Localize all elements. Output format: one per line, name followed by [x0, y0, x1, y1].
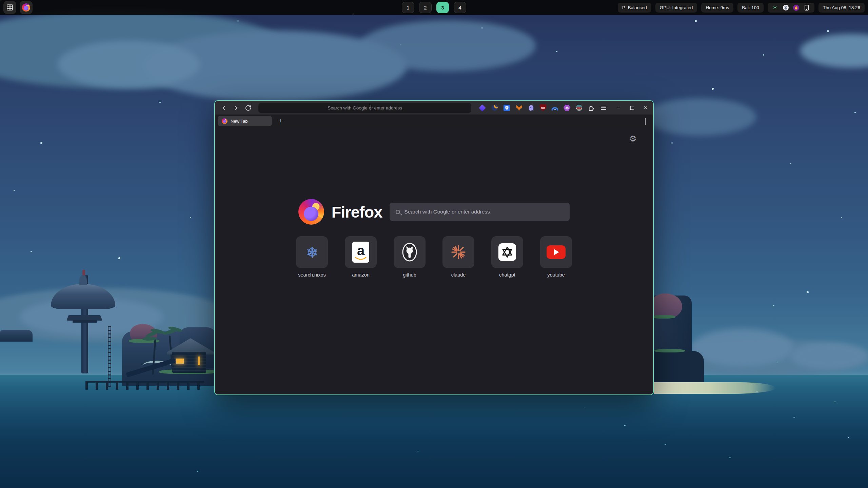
shortcut-search-nixos[interactable]: ❄ search.nixos: [296, 236, 328, 278]
chevron-down-icon: [645, 118, 646, 125]
forward-icon: [233, 106, 238, 110]
flameshot-icon[interactable]: [793, 4, 800, 11]
list-all-tabs-button[interactable]: [645, 118, 649, 122]
firefox-icon: [22, 3, 30, 12]
bluetooth-icon[interactable]: [783, 4, 789, 11]
clock-pill[interactable]: Thu Aug 08, 18:26: [818, 3, 865, 13]
maximize-icon: [630, 106, 634, 110]
right-cliff: [650, 351, 704, 386]
ublock-origin-extension-icon[interactable]: UO: [540, 104, 546, 111]
purple-hexagon-extension-icon[interactable]: [564, 105, 570, 111]
bitwarden-extension-icon[interactable]: [503, 104, 510, 111]
close-button[interactable]: ×: [642, 104, 649, 111]
shortcut-label: search.nixos: [298, 272, 326, 278]
firefox-logo: [298, 199, 324, 225]
forward-button[interactable]: [231, 103, 241, 113]
menu-button[interactable]: [600, 104, 607, 111]
shortcut-github[interactable]: github: [394, 236, 426, 278]
window-controls: – ×: [615, 104, 649, 111]
ping-pill[interactable]: Home: 9ms: [701, 3, 733, 13]
cloud: [58, 41, 200, 88]
urlbar-placeholder: Search with Google or enter address: [328, 105, 402, 110]
shortcut-amazon[interactable]: a amazon: [345, 236, 377, 278]
system-tray: ✂: [768, 3, 814, 13]
extension-toolbar: UO: [479, 104, 607, 111]
personalize-gear-icon[interactable]: ⚙: [629, 134, 637, 144]
shortcut-label: youtube: [547, 272, 565, 278]
gpu-pill[interactable]: GPU: Integrated: [655, 3, 697, 13]
watchtower-platform: [73, 320, 97, 323]
cloud: [692, 329, 793, 366]
workspace-4[interactable]: 4: [454, 2, 466, 13]
app-launcher-button[interactable]: [3, 1, 16, 14]
shortcut-youtube[interactable]: youtube: [540, 236, 572, 278]
newtab-search-input[interactable]: Search with Google or enter address: [390, 203, 570, 221]
cloud: [359, 20, 536, 71]
shortcut-chatgpt[interactable]: chatgpt: [491, 236, 523, 278]
maximize-button[interactable]: [629, 104, 635, 111]
clock-label: Thu Aug 08, 18:26: [823, 5, 860, 10]
firefox-wordmark: Firefox: [332, 203, 382, 221]
right-cliff-rock: [651, 293, 682, 319]
workspace-2[interactable]: 2: [419, 2, 432, 13]
workspace-1[interactable]: 1: [402, 2, 414, 13]
reload-icon: [245, 105, 251, 111]
new-tab-button[interactable]: +: [276, 116, 285, 126]
minimize-button[interactable]: –: [615, 104, 622, 111]
tab-bar: New Tab +: [215, 115, 653, 127]
openai-knot-icon: [498, 243, 516, 261]
shortcut-label: chatgpt: [499, 272, 515, 278]
youtube-play-icon: [547, 245, 566, 259]
reload-button[interactable]: [243, 103, 253, 113]
firefox-launcher-button[interactable]: [20, 1, 33, 14]
pier-fence: [85, 381, 204, 390]
top-bar: 1 2 3 4 P: Balanced GPU: Integrated Home…: [0, 0, 868, 15]
battery-pill[interactable]: Bat: 100: [737, 3, 763, 13]
desktop: 1 2 3 4 P: Balanced GPU: Integrated Home…: [0, 0, 868, 488]
distant-island: [0, 330, 33, 342]
hamburger-icon: [601, 106, 606, 110]
firefox-favicon: [222, 118, 228, 124]
battery-label: Bat: 100: [742, 5, 759, 10]
nordvpn-extension-icon[interactable]: [551, 104, 558, 111]
spy-extension-icon[interactable]: [575, 104, 583, 111]
metamask-extension-icon[interactable]: [515, 104, 522, 111]
gpu-label: GPU: Integrated: [660, 5, 693, 10]
dark-swirl-extension-icon[interactable]: [491, 104, 498, 111]
hut-window-glow: [198, 357, 200, 365]
new-tab-page: ⚙ Firefox Search with Google or enter ad…: [215, 127, 653, 395]
github-octocat-icon: [402, 242, 417, 262]
power-profile-pill[interactable]: P: Balanced: [618, 3, 651, 13]
ping-label: Home: 9ms: [706, 5, 729, 10]
search-placeholder: Search with Google or enter address: [404, 209, 490, 215]
tab-new-tab[interactable]: New Tab: [218, 116, 272, 126]
shortcut-tiles: ❄ search.nixos a amazon: [215, 236, 653, 278]
app-grid-icon: [6, 4, 13, 11]
hut-window-glow: [176, 359, 184, 364]
workspace-switcher: 1 2 3 4: [402, 2, 466, 13]
extensions-puzzle-button[interactable]: [588, 104, 595, 111]
workspace-3-active[interactable]: 3: [436, 2, 449, 13]
tab-label: New Tab: [231, 119, 248, 124]
back-button[interactable]: [219, 103, 229, 113]
scissors-icon[interactable]: ✂: [772, 4, 778, 11]
shortcut-claude[interactable]: claude: [442, 236, 474, 278]
shortcut-label: claude: [451, 272, 466, 278]
url-bar[interactable]: Search with Google or enter address: [258, 103, 471, 113]
search-icon: [396, 210, 400, 214]
cloud: [790, 342, 868, 369]
text-caret: [371, 105, 371, 110]
watchtower-ladder: [108, 326, 111, 387]
cloud: [644, 98, 756, 136]
power-profile-label: P: Balanced: [622, 5, 647, 10]
ghostery-extension-icon[interactable]: [528, 104, 535, 111]
navigation-toolbar: Search with Google or enter address: [215, 101, 653, 115]
claude-starburst-icon: [451, 244, 466, 260]
nixos-snowflake-icon: ❄: [306, 244, 318, 261]
phone-icon[interactable]: [804, 4, 810, 11]
firefox-window: Search with Google or enter address: [214, 100, 654, 395]
beach-sand: [654, 382, 776, 394]
grass: [652, 315, 675, 319]
amazon-icon: a: [352, 242, 369, 263]
purple-gem-extension-icon[interactable]: [479, 104, 486, 111]
